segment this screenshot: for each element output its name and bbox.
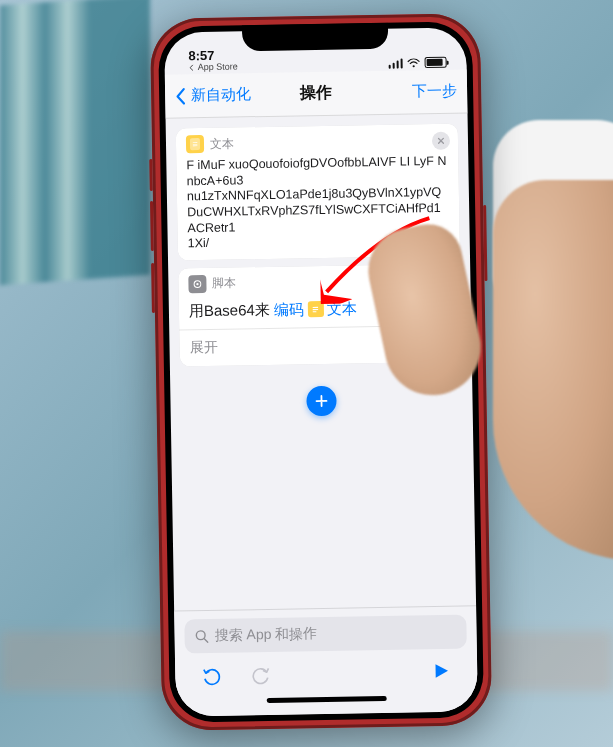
script-app-icon (188, 275, 206, 293)
remove-script-action-button[interactable] (434, 271, 452, 289)
phone-power-button (483, 205, 487, 281)
script-action-card[interactable]: 脚本 用Base64来 编码 文本 展开 (178, 263, 462, 366)
phone-notch (242, 23, 388, 52)
background-object (493, 120, 613, 320)
redo-button (249, 662, 273, 686)
status-back-to-app[interactable]: App Store (189, 62, 238, 72)
play-icon (432, 662, 450, 680)
script-prefix: 用Base64来 (189, 301, 270, 321)
expand-label: 展开 (189, 339, 217, 357)
add-action-button[interactable] (306, 385, 337, 416)
redo-icon (250, 663, 272, 685)
toolbar (185, 648, 468, 697)
wifi-icon (407, 58, 421, 68)
text-action-card[interactable]: ≡ 文本 F iMuF xuoQouofoiofgDVOofbbLAIVF LI… (176, 124, 460, 261)
svg-point-2 (196, 283, 198, 285)
status-back-app-label: App Store (198, 62, 238, 72)
run-button[interactable] (429, 659, 453, 683)
text-app-icon: ≡ (186, 135, 204, 153)
chevron-left-icon (189, 64, 196, 71)
plus-icon (313, 393, 329, 409)
search-icon (194, 629, 208, 643)
svg-rect-4 (313, 309, 318, 310)
script-description: 用Base64来 编码 文本 (179, 293, 461, 329)
text-card-header: 文本 (210, 135, 234, 152)
expand-row[interactable]: 展开 (179, 324, 462, 366)
chevron-left-icon (175, 87, 187, 105)
phone-volume-down (151, 263, 155, 313)
text-variable-token[interactable]: 文本 (308, 299, 357, 319)
undo-button[interactable] (199, 663, 223, 687)
close-icon (437, 137, 445, 145)
svg-rect-5 (313, 311, 317, 312)
nav-next-button[interactable]: 下一步 (412, 82, 457, 102)
bottom-panel: 搜索 App 和操作 (174, 605, 478, 716)
content-area: ≡ 文本 F iMuF xuoQouofoiofgDVOofbbLAIVF LI… (166, 113, 477, 610)
cellular-icon (388, 58, 403, 68)
nav-title: 操作 (300, 83, 332, 105)
battery-icon (425, 57, 447, 68)
phone-frame: 8:57 App Store (150, 13, 492, 731)
nav-bar: 新自动化 操作 下一步 (165, 69, 468, 118)
screen: 8:57 App Store (164, 27, 478, 716)
background-fabric (0, 0, 150, 285)
text-content[interactable]: F iMuF xuoQouofoiofgDVOofbbLAIVF LI LyF … (176, 154, 460, 261)
undo-icon (200, 664, 222, 686)
home-indicator[interactable] (267, 696, 387, 703)
svg-point-0 (413, 65, 415, 67)
text-app-icon (308, 301, 324, 317)
gear-icon (192, 279, 202, 289)
search-input[interactable]: 搜索 App 和操作 (184, 615, 467, 654)
chevron-right-icon (443, 335, 451, 351)
nav-back-button[interactable]: 新自动化 (175, 85, 251, 105)
text-variable-label: 文本 (327, 299, 357, 319)
nav-back-label: 新自动化 (191, 85, 251, 105)
phone-mute-switch (149, 159, 153, 191)
search-placeholder: 搜索 App 和操作 (214, 625, 317, 645)
encode-mode-token[interactable]: 编码 (274, 300, 304, 320)
close-icon (439, 277, 447, 285)
phone-volume-up (150, 201, 154, 251)
svg-rect-3 (313, 307, 318, 308)
script-card-header: 脚本 (212, 275, 236, 292)
